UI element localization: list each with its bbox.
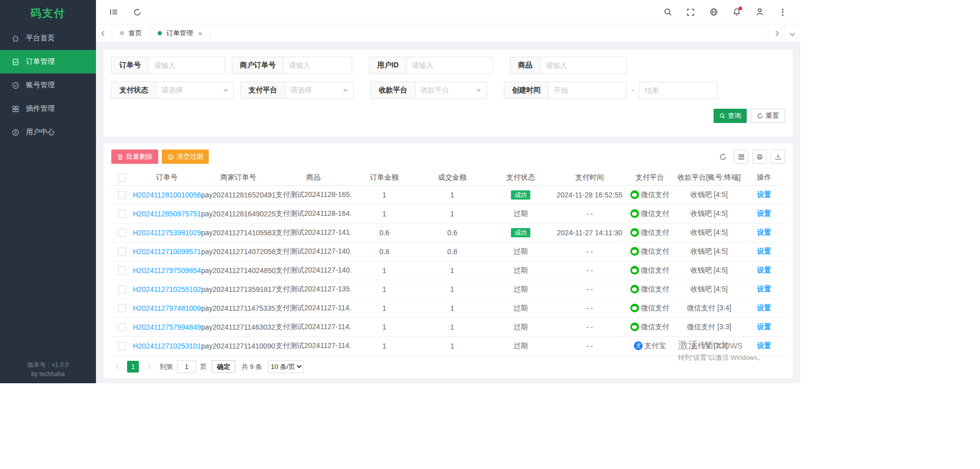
- table-header-row: 订单号 商家订单号 商品 订单金额 成交金额 支付状态 支付时间 支付平台 收款…: [111, 170, 785, 185]
- order-no-link[interactable]: H2024112753981029: [133, 229, 201, 237]
- sidebar-item-plugin-management[interactable]: 插件管理: [0, 97, 96, 120]
- more-options-icon[interactable]: [774, 4, 791, 21]
- page-size-select[interactable]: 10 条/页: [268, 360, 304, 373]
- next-page-button[interactable]: [141, 360, 155, 374]
- row-settings-link[interactable]: 设置: [757, 209, 771, 217]
- refresh-icon[interactable]: [129, 4, 146, 21]
- order-no-link[interactable]: H2024112810010056: [133, 191, 201, 199]
- sidebar-item-user-center[interactable]: 用户中心: [0, 120, 96, 144]
- filter-pay-platform: 支付平台 请选择: [240, 82, 354, 99]
- row-settings-link[interactable]: 设置: [757, 304, 771, 312]
- select-all-checkbox[interactable]: [118, 174, 126, 182]
- pay-platform-select[interactable]: 请选择: [285, 82, 354, 99]
- print-button[interactable]: [752, 150, 767, 164]
- row-checkbox[interactable]: [118, 266, 126, 275]
- column-settings-button[interactable]: [734, 150, 748, 164]
- row-settings-link[interactable]: 设置: [757, 228, 771, 236]
- row-checkbox[interactable]: [118, 323, 126, 331]
- user-profile-icon[interactable]: [751, 4, 768, 21]
- fullscreen-icon[interactable]: [682, 4, 699, 21]
- pay-status-select[interactable]: 请选择: [156, 82, 234, 99]
- product-cell: 支付测试20241127-114...: [276, 299, 351, 317]
- tab-home[interactable]: 首页: [112, 24, 150, 42]
- order-amount-cell: 1: [351, 317, 418, 336]
- page-number-current[interactable]: 1: [127, 361, 139, 373]
- query-button[interactable]: 查询: [714, 109, 747, 123]
- platform-icon: [630, 247, 639, 256]
- prev-page-button[interactable]: [111, 360, 125, 374]
- user-id-input[interactable]: [406, 57, 493, 74]
- order-no-input[interactable]: [149, 57, 225, 74]
- order-no-link[interactable]: H2024112797481009: [133, 304, 201, 312]
- platform-name: 微信支付: [641, 266, 670, 275]
- col-order-no: 订单号: [133, 170, 201, 185]
- sidebar-item-account-management[interactable]: 账号管理: [0, 73, 96, 97]
- merchant-no-input[interactable]: [283, 57, 352, 74]
- reset-button[interactable]: 重置: [751, 109, 785, 123]
- paid-amount-cell: 0.6: [418, 223, 487, 242]
- end-date-input[interactable]: [639, 82, 717, 99]
- version-number: 版本号：v1.0.0: [0, 360, 96, 370]
- clear-expired-button[interactable]: 清空过期: [162, 150, 209, 164]
- order-no-link[interactable]: H2024112757994849: [133, 323, 201, 331]
- status-badge: 过期: [513, 209, 528, 217]
- search-icon[interactable]: [659, 4, 676, 21]
- tabs-scroll-right-button[interactable]: [768, 24, 784, 42]
- batch-delete-button[interactable]: 批量删除: [111, 150, 158, 164]
- row-settings-link[interactable]: 设置: [757, 323, 771, 331]
- tab-order-management[interactable]: 订单管理 ×: [150, 24, 211, 42]
- row-checkbox[interactable]: [118, 248, 126, 256]
- receiver-cell: 收钱吧 [4:5]: [675, 185, 743, 204]
- table-refresh-button[interactable]: [716, 150, 730, 164]
- row-checkbox[interactable]: [118, 285, 126, 293]
- receiver-cell: 收钱吧 [4:5]: [675, 223, 743, 242]
- chevron-right-icon: [774, 31, 779, 36]
- sidebar-item-order-management[interactable]: 订单管理: [0, 50, 96, 73]
- col-paid-amount: 成交金额: [418, 170, 487, 185]
- row-checkbox[interactable]: [118, 210, 126, 218]
- order-amount-cell: 1: [351, 204, 418, 223]
- row-checkbox[interactable]: [118, 342, 126, 350]
- merchant-no-cell: pay2024112816520491...: [201, 185, 276, 204]
- receive-platform-select[interactable]: 收款平台: [415, 82, 487, 99]
- row-checkbox[interactable]: [118, 304, 126, 312]
- row-settings-link[interactable]: 设置: [757, 341, 771, 350]
- receiver-cell: 收钱吧 [4:5]: [675, 280, 743, 299]
- sidebar-collapse-icon[interactable]: [105, 4, 122, 21]
- status-badge: 过期: [513, 323, 528, 331]
- user-circle-icon: [12, 129, 19, 136]
- table-row: H2024112797481009 pay202411271147533581 …: [111, 299, 785, 317]
- tabs-dropdown-button[interactable]: [784, 24, 800, 42]
- tab-bar: 首页 订单管理 ×: [96, 24, 800, 42]
- total-count-label: 共 9 条: [241, 362, 262, 372]
- tabs-scroll-left-button[interactable]: [96, 24, 112, 42]
- start-date-input[interactable]: [548, 82, 626, 99]
- jump-confirm-button[interactable]: 确定: [212, 360, 235, 373]
- page-jump-input[interactable]: [177, 360, 196, 373]
- order-no-link[interactable]: H2024112710099571: [133, 248, 201, 256]
- merchant-no-cell: pay202411271146303259: [201, 317, 276, 336]
- tab-close-icon[interactable]: ×: [198, 30, 203, 37]
- row-settings-link[interactable]: 设置: [757, 247, 771, 255]
- chevron-down-icon: [223, 89, 228, 92]
- order-no-link[interactable]: H2024112850975751: [133, 210, 201, 218]
- order-no-link[interactable]: H2024112797509854: [133, 266, 201, 275]
- order-no-link[interactable]: H2024112710253101: [133, 342, 201, 350]
- merchant-no-cell: pay2024112714024850...: [201, 261, 276, 280]
- order-no-link[interactable]: H2024112710255102: [133, 285, 201, 293]
- row-settings-link[interactable]: 设置: [757, 285, 771, 293]
- row-settings-link[interactable]: 设置: [757, 266, 771, 274]
- receiver-cell: 收钱吧 [4:5]: [675, 204, 743, 223]
- sidebar-item-platform-home[interactable]: 平台首页: [0, 27, 96, 50]
- export-button[interactable]: [771, 150, 785, 164]
- language-globe-icon[interactable]: [705, 4, 722, 21]
- product-input[interactable]: [540, 57, 627, 74]
- version-info: 版本号：v1.0.0 by techhaha: [0, 360, 96, 379]
- row-checkbox[interactable]: [118, 229, 126, 237]
- notification-bell-icon[interactable]: [728, 4, 745, 21]
- platform-name: 微信支付: [641, 190, 670, 200]
- row-checkbox[interactable]: [118, 191, 126, 199]
- row-settings-link[interactable]: 设置: [757, 190, 771, 199]
- col-merchant-no: 商家订单号: [201, 170, 276, 185]
- platform-cell: 支付宝: [634, 341, 666, 351]
